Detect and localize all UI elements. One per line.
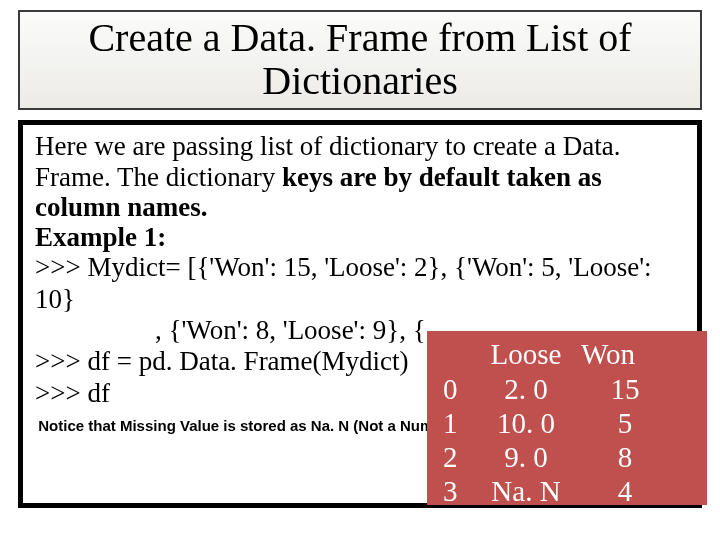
code-line-1: >>> Mydict= [{'Won': 15, 'Loose': 2}, {'… xyxy=(35,252,685,315)
output-header: Loose Won xyxy=(443,337,697,371)
output-cell-won: 8 xyxy=(581,440,669,474)
output-cell-won: 5 xyxy=(581,406,669,440)
output-row: 3 Na. N 4 xyxy=(443,474,697,508)
output-header-idx xyxy=(443,337,471,371)
output-cell-won: 4 xyxy=(581,474,669,508)
output-cell-loose: 9. 0 xyxy=(471,440,581,474)
intro-paragraph: Here we are passing list of dictionary t… xyxy=(35,131,685,222)
output-cell-idx: 3 xyxy=(443,474,471,508)
output-cell-idx: 1 xyxy=(443,406,471,440)
output-cell-idx: 0 xyxy=(443,372,471,406)
content-box: Here we are passing list of dictionary t… xyxy=(18,120,702,508)
output-cell-idx: 2 xyxy=(443,440,471,474)
example-label: Example 1: xyxy=(35,222,685,252)
output-row: 2 9. 0 8 xyxy=(443,440,697,474)
output-cell-loose: Na. N xyxy=(471,474,581,508)
output-header-loose: Loose xyxy=(471,337,581,371)
output-box: Loose Won 0 2. 0 15 1 10. 0 5 2 9. 0 8 3… xyxy=(427,331,707,505)
output-cell-loose: 2. 0 xyxy=(471,372,581,406)
title-box: Create a Data. Frame from List of Dictio… xyxy=(18,10,702,110)
footnote: Notice that Missing Value is stored as N… xyxy=(35,417,465,434)
slide: Create a Data. Frame from List of Dictio… xyxy=(0,0,720,540)
slide-title: Create a Data. Frame from List of Dictio… xyxy=(30,16,690,102)
output-cell-loose: 10. 0 xyxy=(471,406,581,440)
output-header-won: Won xyxy=(581,337,669,371)
output-row: 1 10. 0 5 xyxy=(443,406,697,440)
output-row: 0 2. 0 15 xyxy=(443,372,697,406)
output-cell-won: 15 xyxy=(581,372,669,406)
